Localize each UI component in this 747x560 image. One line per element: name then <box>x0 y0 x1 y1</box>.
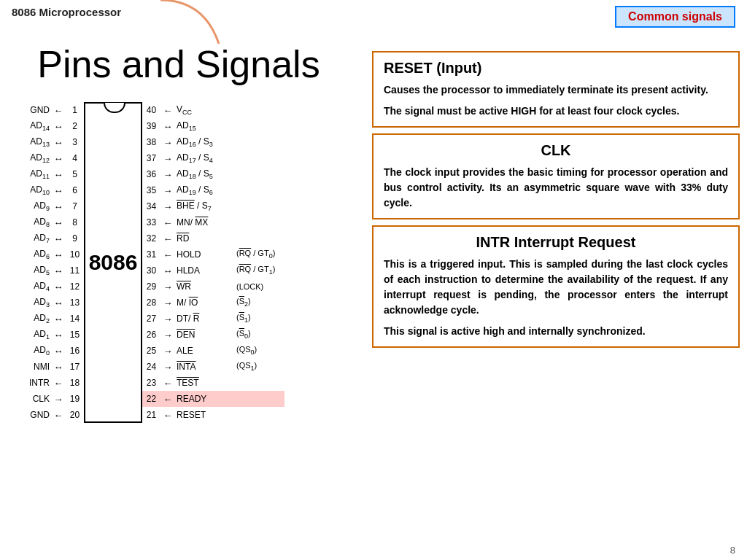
pin-row-8: AD8 ↔ 8 <box>15 214 84 230</box>
common-signals-badge: Common signals <box>615 6 735 28</box>
page-number: 8 <box>730 545 735 556</box>
pin-row-16: AD0 ↔ 16 <box>15 343 84 359</box>
pin-row-30: 30 ↔ HLDA (RQ / GT1) <box>142 262 285 279</box>
pin-row-9: AD7 ↔ 9 <box>15 230 84 246</box>
header: 8086 Microprocessor Common signals <box>0 0 747 28</box>
page-title: Pins and Signals <box>0 42 357 86</box>
panel-intr: INTR Interrupt Request This is a trigger… <box>372 225 740 348</box>
pin-row-27: 27 → DT/ R (S1) <box>142 311 285 327</box>
pin-row-21: 21 ← RESET <box>142 407 285 423</box>
pin-row-38: 38 → AD16 / S3 <box>142 134 285 150</box>
pin-row-17: NMI ↔ 17 <box>15 359 84 375</box>
left-pins: GND ← 1 AD14 ↔ 2 AD13 ↔ 3 AD12 ↔ 4 AD11 <box>15 102 84 423</box>
panel-clk-body: The clock input provides the basic timin… <box>384 165 728 211</box>
pin-row-10: AD6 ↔ 10 <box>15 246 84 262</box>
pin-row-12: AD4 ↔ 12 <box>15 279 84 295</box>
panel-intr-title: INTR Interrupt Request <box>384 234 728 251</box>
right-panels: RESET (Input) Causes the processor to im… <box>372 51 740 553</box>
ic-diagram: GND ← 1 AD14 ↔ 2 AD13 ↔ 3 AD12 ↔ 4 AD11 <box>15 95 372 423</box>
pin-row-15: AD1 ↔ 15 <box>15 327 84 343</box>
pin-row-22: 22 ← READY <box>142 391 285 407</box>
pin-row-24: 24 → INTA (QS1) <box>142 359 285 375</box>
pin-row-4: AD12 ↔ 4 <box>15 150 84 166</box>
pin-row-25: 25 → ALE (QS0) <box>142 343 285 359</box>
panel-clk-title: CLK <box>384 142 728 159</box>
pin-row-7: AD9 ↔ 7 <box>15 198 84 214</box>
pin-row-40: 40 ← VCC <box>142 102 285 118</box>
pin-row-35: 35 → AD19 / S6 <box>142 182 285 198</box>
pin-row-11: AD5 ↔ 11 <box>15 262 84 279</box>
panel-reset-para2: The signal must be active HIGH for at le… <box>384 104 728 119</box>
ic-body-container: 8086 <box>84 102 142 423</box>
pin-row-20: GND ← 20 <box>15 407 84 423</box>
panel-clk: CLK The clock input provides the basic t… <box>372 133 740 219</box>
pin-row-3: AD13 ↔ 3 <box>15 134 84 150</box>
panel-reset-title: RESET (Input) <box>384 60 728 77</box>
pin-row-26: 26 → DEN (S0) <box>142 327 285 343</box>
pin-row-39: 39 ↔ AD15 <box>142 118 285 134</box>
ic-notch <box>104 103 125 113</box>
pin-row-5: AD11 ↔ 5 <box>15 166 84 182</box>
app-title: 8086 Microprocessor <box>12 6 121 18</box>
pin-row-6: AD10 ↔ 6 <box>15 182 84 198</box>
pin-row-23: 23 ← TEST <box>142 375 285 391</box>
pin-row-14: AD2 ↔ 14 <box>15 311 84 327</box>
pin-row-36: 36 → AD18 / S5 <box>142 166 285 182</box>
panel-reset-para1: Causes the processor to immediately term… <box>384 82 728 98</box>
pin-row-32: 32 ← RD <box>142 230 285 246</box>
pin-row-34: 34 → BHE / S7 <box>142 198 285 214</box>
pin-row-13: AD3 ↔ 13 <box>15 295 84 311</box>
pin-row-31: 31 ← HOLD (RQ / GT0) <box>142 246 285 262</box>
panel-intr-para2: This signal is active high and internall… <box>384 324 728 339</box>
pin-row-28: 28 → M/ IO (S2) <box>142 295 285 311</box>
pin-row-2: AD14 ↔ 2 <box>15 118 84 134</box>
pin-row-33: 33 ← MN/ MX <box>142 214 285 230</box>
ic-chip-body: 8086 <box>84 102 142 423</box>
right-pins: 40 ← VCC 39 ↔ AD15 38 → AD16 / S3 37 → A… <box>142 102 285 423</box>
ic-label: 8086 <box>89 250 138 275</box>
pin-row-37: 37 → AD17 / S4 <box>142 150 285 166</box>
pin-row-1: GND ← 1 <box>15 102 84 118</box>
panel-intr-para1: This is a triggered input. This is sampl… <box>384 257 728 318</box>
panel-reset: RESET (Input) Causes the processor to im… <box>372 51 740 128</box>
pin-row-19: CLK → 19 <box>15 391 84 407</box>
pin-row-18: INTR ← 18 <box>15 375 84 391</box>
pin-row-29: 29 → WR (LOCK) <box>142 279 285 295</box>
